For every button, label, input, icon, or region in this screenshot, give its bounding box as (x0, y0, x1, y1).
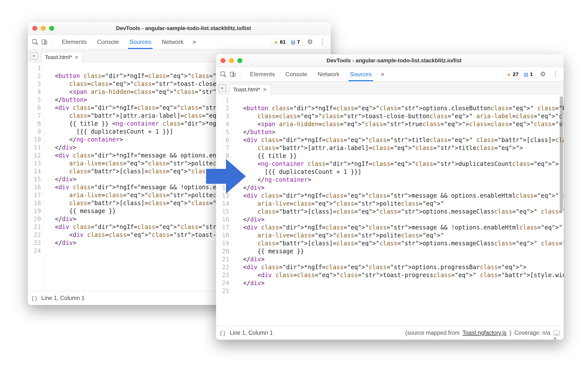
minimize-window-icon[interactable] (41, 26, 46, 31)
warning-icon: ▲ (273, 39, 278, 45)
separator (53, 37, 53, 46)
settings-icon[interactable]: ⚙ (538, 70, 548, 78)
line-gutter: 123456789101112131415161718192021222324 (28, 63, 44, 291)
window-controls (220, 58, 242, 63)
tab-console[interactable]: Console (93, 35, 123, 49)
tab-sources[interactable]: Sources (125, 35, 156, 49)
source-mapped-prefix: (source mapped from (405, 330, 460, 336)
device-toolbar-icon[interactable] (229, 71, 236, 78)
file-tab[interactable]: Toast.html* ✕ (41, 52, 82, 63)
titlebar[interactable]: DevTools - angular-sample-todo-list.stac… (28, 22, 331, 35)
file-tab-label: Toast.html* (233, 86, 260, 93)
tab-console[interactable]: Console (281, 67, 312, 81)
tab-elements[interactable]: Elements (246, 67, 279, 81)
settings-icon[interactable]: ⚙ (305, 38, 315, 46)
more-tabs-icon[interactable]: » (190, 38, 198, 46)
file-tab[interactable]: Toast.html* ✕ (229, 84, 271, 95)
warnings-badge[interactable]: ▲61 (271, 38, 288, 46)
pretty-print-icon[interactable]: { } (32, 295, 37, 301)
message-icon: ▤ (524, 71, 528, 77)
editor-tabstrip: Toast.html* ✕ (216, 81, 564, 95)
status-bar: { } Line 1, Column 1 (source mapped from… (216, 326, 564, 340)
messages-badge[interactable]: ▤7 (288, 38, 303, 46)
pretty-print-icon[interactable]: { } (220, 330, 225, 336)
more-menu-icon[interactable]: ⋮ (550, 70, 560, 78)
close-window-icon[interactable] (220, 58, 225, 63)
titlebar[interactable]: DevTools - angular-sample-todo-list.stac… (216, 54, 564, 67)
inspect-element-icon[interactable] (31, 38, 39, 46)
fullscreen-window-icon[interactable] (237, 58, 242, 63)
source-map-link[interactable]: Toast.ngfactory.js (463, 330, 507, 336)
window-controls (32, 26, 54, 31)
panel-tabs: Elements Console Sources Network (57, 35, 188, 49)
close-icon[interactable]: ✕ (263, 87, 267, 93)
cursor-position: Line 1, Column 1 (230, 330, 273, 336)
close-icon[interactable]: ✕ (74, 54, 79, 60)
navigator-toggle-icon[interactable] (219, 84, 226, 92)
file-tab-label: Toast.html* (45, 54, 72, 61)
separator (241, 70, 241, 79)
issue-badges[interactable]: ▲61 ▤7 (271, 38, 303, 46)
coverage-text: Coverage: n/a (514, 330, 550, 336)
drawer-toggle-icon[interactable] (553, 331, 560, 336)
device-toolbar-icon[interactable] (41, 38, 48, 46)
devtools-window-after: DevTools - angular-sample-todo-list.stac… (216, 54, 564, 340)
devtools-toolbar: Elements Console Sources Network » ▲61 ▤… (28, 35, 331, 49)
fullscreen-window-icon[interactable] (49, 26, 54, 31)
issue-badges[interactable]: ▲27 ▤1 (504, 71, 536, 78)
message-icon: ▤ (291, 39, 295, 45)
code-editor[interactable]: 1234567891011121314151617181920212223242… (216, 95, 564, 326)
more-menu-icon[interactable]: ⋮ (317, 38, 327, 46)
tab-network[interactable]: Network (157, 35, 188, 49)
code-area[interactable]: <button class="dir">*ngIf=class="eq">"cl… (232, 95, 564, 326)
tab-network[interactable]: Network (313, 67, 344, 81)
minimize-window-icon[interactable] (229, 58, 234, 63)
tab-sources[interactable]: Sources (345, 67, 376, 81)
warnings-badge[interactable]: ▲27 (504, 71, 521, 78)
scrollbar-thumb[interactable] (560, 96, 563, 211)
close-window-icon[interactable] (32, 26, 37, 31)
window-title: DevTools - angular-sample-todo-list.stac… (247, 57, 559, 64)
warning-icon: ▲ (506, 71, 511, 77)
cursor-position: Line 1, Column 1 (41, 295, 85, 301)
panel-tabs: Elements Console Network Sources (246, 67, 376, 81)
inspect-element-icon[interactable] (220, 71, 227, 78)
messages-badge[interactable]: ▤1 (521, 71, 536, 78)
more-tabs-icon[interactable]: » (378, 70, 387, 78)
navigator-toggle-icon[interactable] (30, 52, 38, 60)
source-mapped-suffix: ) (510, 330, 512, 336)
tab-elements[interactable]: Elements (57, 35, 91, 49)
devtools-toolbar: Elements Console Network Sources » ▲27 ▤… (216, 67, 564, 81)
line-gutter: 1234567891011121314151617181920212223242… (216, 95, 232, 326)
window-title: DevTools - angular-sample-todo-list.stac… (59, 25, 326, 32)
scrollbar[interactable] (559, 95, 563, 326)
